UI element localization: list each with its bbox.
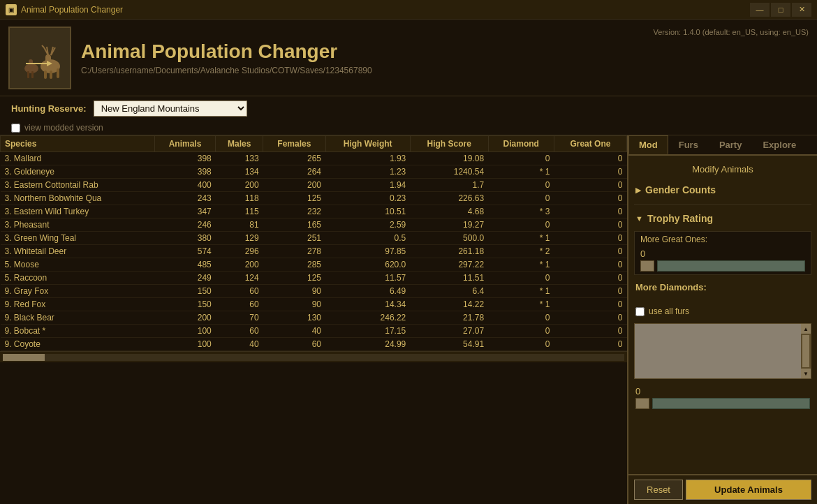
update-button[interactable]: Update Animals <box>686 480 811 500</box>
modded-checkbox[interactable] <box>11 124 20 133</box>
trophy-rating-title: Trophy Rating <box>647 213 713 224</box>
table-cell: 9. Red Fox <box>1 298 155 311</box>
table-cell: 398 <box>154 165 215 179</box>
col-great-one: Great One <box>554 136 626 152</box>
table-row[interactable]: 3. Goldeneye3981342641.231240.54* 10 <box>1 165 627 179</box>
furs-scrollbar[interactable]: ▲ ▼ <box>801 324 811 378</box>
table-cell: 246.22 <box>325 311 410 325</box>
table-cell: 118 <box>216 192 263 205</box>
table-row[interactable]: 9. Gray Fox15060906.496.4* 10 <box>1 285 627 298</box>
table-cell: 296 <box>216 245 263 258</box>
table-cell: 200 <box>154 311 215 325</box>
table-row[interactable]: 3. Northern Bobwhite Qua2431181250.23226… <box>1 192 627 205</box>
table-cell: 17.15 <box>325 325 410 338</box>
table-cell: 246 <box>154 218 215 232</box>
diamonds-slider-section: 0 <box>634 383 811 412</box>
bottom-buttons: Reset Update Animals <box>628 474 817 504</box>
table-row[interactable]: 5. Raccoon24912412511.5711.5100 <box>1 272 627 285</box>
table-row[interactable]: 3. Eastern Wild Turkey34711523210.514.68… <box>1 205 627 218</box>
diamonds-value: 0 <box>635 386 810 396</box>
h-scrollbar-thumb[interactable] <box>3 354 45 361</box>
version-info: Version: 1.4.0 (default: en_US, using: e… <box>653 25 809 36</box>
table-row[interactable]: 3. Mallard3981332651.9319.0800 <box>1 152 627 165</box>
table-cell: 0 <box>488 325 554 338</box>
app-icon: ▣ <box>6 4 17 15</box>
col-females: Females <box>263 136 325 152</box>
use-all-furs-checkbox[interactable] <box>635 307 645 316</box>
app-path: C:/Users/username/Documents/Avalanche St… <box>81 66 653 75</box>
table-cell: * 2 <box>488 245 554 258</box>
trophy-rating-header[interactable]: ▼ Trophy Rating <box>634 210 811 227</box>
table-row[interactable]: 9. Bobcat *100604017.1527.0700 <box>1 325 627 338</box>
table-cell: 200 <box>216 179 263 192</box>
maximize-button[interactable]: □ <box>771 3 790 17</box>
h-scrollbar-track[interactable] <box>3 354 624 361</box>
table-cell: 21.78 <box>410 311 488 325</box>
table-cell: 3. Eastern Cottontail Rab <box>1 179 155 192</box>
scroll-up-icon[interactable]: ▲ <box>801 324 811 334</box>
minimize-button[interactable]: — <box>750 3 770 17</box>
table-cell: 1.7 <box>410 179 488 192</box>
tabs-row: Mod Furs Party Explore Files <box>628 135 817 156</box>
gender-counts-header[interactable]: ▶ Gender Counts <box>634 181 811 198</box>
titlebar: ▣ Animal Population Changer — □ ✕ <box>0 0 817 20</box>
table-cell: 0 <box>488 272 554 285</box>
table-row[interactable]: 3. Eastern Cottontail Rab4002002001.941.… <box>1 179 627 192</box>
data-table: Species Animals Males Females High Weigh… <box>0 135 627 351</box>
col-males: Males <box>216 136 263 152</box>
table-cell: 0 <box>554 338 626 351</box>
table-cell: 265 <box>263 152 325 165</box>
table-cell: 5. Raccoon <box>1 272 155 285</box>
diamonds-slider-thumb[interactable] <box>635 398 649 409</box>
table-row[interactable]: 3. Green Wing Teal3801292510.5500.0* 10 <box>1 232 627 245</box>
table-cell: 130 <box>263 311 325 325</box>
great-ones-slider-thumb[interactable] <box>640 260 654 272</box>
table-row[interactable]: 9. Red Fox150609014.3414.22* 10 <box>1 298 627 311</box>
table-cell: * 1 <box>488 285 554 298</box>
diamonds-slider-track[interactable] <box>652 398 810 409</box>
table-cell: 10.51 <box>325 205 410 218</box>
tab-explore[interactable]: Explore <box>752 135 807 154</box>
table-cell: 100 <box>154 338 215 351</box>
scroll-down-icon[interactable]: ▼ <box>801 369 811 378</box>
reserve-select[interactable]: New England Mountains <box>94 101 247 117</box>
table-cell: 0 <box>554 258 626 272</box>
table-cell: 264 <box>263 165 325 179</box>
panel-content: Modify Animals ▶ Gender Counts ▼ Trophy … <box>628 156 817 474</box>
table-cell: 97.85 <box>325 245 410 258</box>
table-cell: * 1 <box>488 258 554 272</box>
table-row[interactable]: 5. Moose485200285620.0297.22* 10 <box>1 258 627 272</box>
col-species: Species <box>1 136 155 152</box>
table-row[interactable]: 3. Pheasant246811652.5919.2700 <box>1 218 627 232</box>
table-cell: 200 <box>263 179 325 192</box>
table-cell: 14.22 <box>410 298 488 311</box>
great-ones-subsection: More Great Ones: 0 <box>634 231 811 275</box>
table-row[interactable]: 9. Coyote100406024.9954.9100 <box>1 338 627 351</box>
tab-party[interactable]: Party <box>709 135 753 154</box>
reset-button[interactable]: Reset <box>634 480 683 500</box>
tab-furs[interactable]: Furs <box>668 135 709 154</box>
table-cell: 150 <box>154 298 215 311</box>
table-cell: 3. Northern Bobwhite Qua <box>1 192 155 205</box>
tab-mod[interactable]: Mod <box>628 135 668 154</box>
table-cell: 100 <box>154 325 215 338</box>
table-cell: 620.0 <box>325 258 410 272</box>
table-row[interactable]: 9. Black Bear20070130246.2221.7800 <box>1 311 627 325</box>
table-cell: 9. Black Bear <box>1 311 155 325</box>
scroll-thumb-v[interactable] <box>802 335 809 367</box>
table-row[interactable]: 3. Whitetail Deer57429627897.85261.18* 2… <box>1 245 627 258</box>
great-ones-slider-track[interactable] <box>657 260 805 272</box>
table-cell: * 1 <box>488 165 554 179</box>
table-cell: 19.08 <box>410 152 488 165</box>
horizontal-scrollbar[interactable] <box>0 351 627 362</box>
table-cell: * 1 <box>488 298 554 311</box>
table-cell: 485 <box>154 258 215 272</box>
table-section[interactable]: Species Animals Males Females High Weigh… <box>0 135 628 504</box>
close-button[interactable]: ✕ <box>792 3 811 17</box>
table-cell: 24.99 <box>325 338 410 351</box>
tab-files[interactable]: Files <box>807 135 817 154</box>
table-cell: 4.68 <box>410 205 488 218</box>
furs-scrollable-box[interactable]: ▲ ▼ <box>634 323 811 379</box>
triangle-right-icon: ▶ <box>635 186 641 195</box>
svg-rect-9 <box>50 71 52 79</box>
